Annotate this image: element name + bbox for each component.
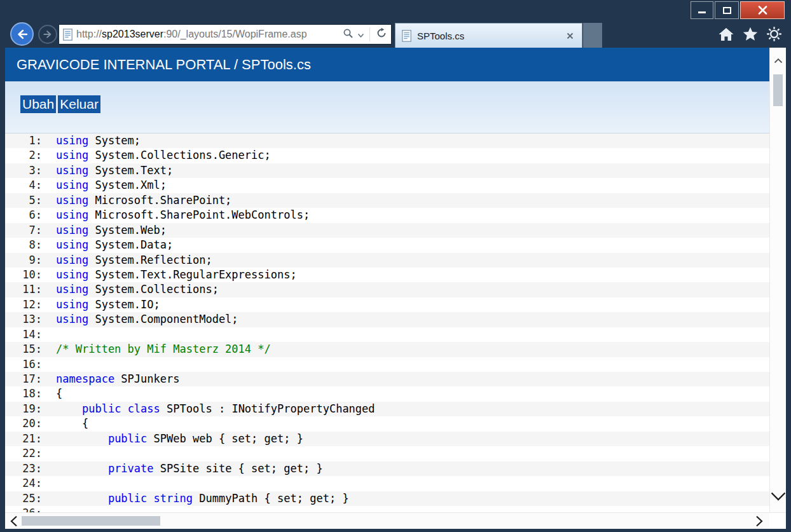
tab-sptools[interactable]: SPTools.cs [395, 23, 582, 48]
forward-button[interactable] [38, 25, 57, 44]
line-code: using System.Collections; [42, 282, 219, 297]
line-number: 21: [5, 432, 42, 446]
line-code: using System.Web; [42, 223, 167, 238]
horizontal-scrollbar-thumb[interactable] [22, 516, 160, 526]
line-code [42, 506, 56, 512]
line-number: 22: [5, 446, 42, 461]
minimize-icon [698, 11, 706, 13]
line-number: 23: [5, 461, 42, 476]
code-line: 7:using System.Web; [5, 223, 769, 238]
scrollbar-corner [769, 513, 786, 529]
line-number: 5: [5, 193, 42, 208]
code-line: 5:using Microsoft.SharePoint; [5, 193, 769, 208]
line-number: 2: [5, 148, 42, 163]
url-path: :90/_layouts/15/WopiFrame.asp [163, 29, 307, 39]
line-number: 24: [5, 476, 42, 491]
settings-gear-icon[interactable] [766, 26, 782, 42]
line-code: using System.Text.RegularExpressions; [42, 268, 297, 282]
line-code: { [42, 386, 62, 401]
line-code: using Microsoft.SharePoint; [42, 193, 231, 208]
line-code: using System.Data; [42, 238, 173, 252]
code-line: 19: public class SPTools : INotifyProper… [5, 402, 769, 416]
line-number: 18: [5, 386, 42, 401]
code-line: 8:using System.Data; [5, 238, 769, 252]
line-code: using System.Text; [42, 163, 173, 178]
line-code: { [42, 416, 88, 431]
line-code [42, 357, 56, 372]
line-code: using System.Xml; [42, 178, 167, 193]
window-minimize-button[interactable] [691, 1, 713, 19]
line-code: using System.Reflection; [42, 253, 212, 268]
forward-arrow-icon [43, 29, 53, 39]
line-number: 12: [5, 297, 42, 312]
page-icon [63, 29, 72, 41]
favorites-star-icon[interactable] [743, 27, 758, 41]
tab-favicon-icon [402, 30, 411, 42]
code-line: 11:using System.Collections; [5, 282, 769, 297]
scroll-up-icon[interactable] [774, 58, 783, 64]
horizontal-scrollbar[interactable] [5, 512, 786, 529]
scroll-down-icon[interactable] [771, 492, 786, 501]
code-line: 10:using System.Text.RegularExpressions; [5, 268, 769, 282]
tab-close-icon[interactable] [565, 31, 575, 41]
browser-navbar: http://sp2013server:90/_layouts/15/WopiF… [0, 20, 791, 48]
code-line: 18:{ [5, 386, 769, 401]
address-dropdown-chevron-icon[interactable] [358, 29, 364, 40]
code-line: 14: [5, 327, 769, 342]
code-line: 26: [5, 506, 769, 512]
code-line: 6:using Microsoft.SharePoint.WebControls… [5, 208, 769, 222]
line-number: 17: [5, 372, 42, 386]
code-line: 2:using System.Collections.Generic; [5, 148, 769, 163]
code-line: 24: [5, 476, 769, 491]
line-number: 20: [5, 416, 42, 431]
search-icon[interactable] [343, 28, 354, 41]
code-line: 1:using System; [5, 133, 769, 148]
code-line: 13:using System.ComponentModel; [5, 312, 769, 327]
code-line: 4:using System.Xml; [5, 178, 769, 193]
page-main: GRAVICODE INTERNAL PORTAL / SPTools.cs U… [5, 48, 769, 512]
browser-viewport: GRAVICODE INTERNAL PORTAL / SPTools.cs U… [5, 48, 786, 529]
line-code [42, 446, 56, 461]
line-number: 13: [5, 312, 42, 327]
vertical-scrollbar-thumb[interactable] [773, 74, 783, 106]
url-scheme: http:// [76, 29, 102, 39]
line-code [42, 327, 56, 342]
close-icon [758, 6, 767, 15]
line-number: 16: [5, 357, 42, 372]
line-number: 7: [5, 223, 42, 238]
address-bar[interactable]: http://sp2013server:90/_layouts/15/WopiF… [58, 24, 392, 44]
window-close-button[interactable] [740, 1, 785, 19]
line-number: 10: [5, 268, 42, 282]
link-ubah[interactable]: Ubah [20, 95, 56, 113]
url-host: sp2013server [102, 29, 163, 39]
code-line: 21: public SPWeb web { set; get; } [5, 432, 769, 446]
code-line: 25: public string DummyPath { set; get; … [5, 491, 769, 506]
scroll-left-icon[interactable] [10, 515, 18, 527]
line-code: using System; [42, 133, 141, 148]
line-number: 26: [5, 506, 42, 512]
window-maximize-button[interactable] [715, 1, 739, 19]
line-code [42, 476, 56, 491]
line-number: 25: [5, 491, 42, 506]
line-code: using System.IO; [42, 297, 160, 312]
line-code: public SPWeb web { set; get; } [42, 432, 303, 446]
window-titlebar [0, 0, 791, 20]
back-button[interactable] [10, 22, 34, 46]
line-number: 3: [5, 163, 42, 178]
line-code: public class SPTools : INotifyPropertyCh… [42, 402, 375, 416]
line-number: 15: [5, 342, 42, 357]
page-title: GRAVICODE INTERNAL PORTAL / SPTools.cs [17, 57, 311, 72]
vertical-scrollbar[interactable] [769, 48, 786, 512]
line-code: private SPSite site { set; get; } [42, 461, 323, 476]
refresh-icon[interactable] [376, 27, 387, 41]
link-band: UbahKeluar [5, 81, 769, 133]
address-divider [369, 27, 370, 41]
scroll-right-icon[interactable] [755, 515, 763, 527]
line-code: using System.Collections.Generic; [42, 148, 271, 163]
link-keluar[interactable]: Keluar [58, 95, 100, 113]
home-icon[interactable] [718, 27, 734, 42]
code-line: 9:using System.Reflection; [5, 253, 769, 268]
code-line: 20: { [5, 416, 769, 431]
url-text[interactable]: http://sp2013server:90/_layouts/15/WopiF… [76, 29, 339, 40]
new-tab-area[interactable] [583, 23, 602, 48]
